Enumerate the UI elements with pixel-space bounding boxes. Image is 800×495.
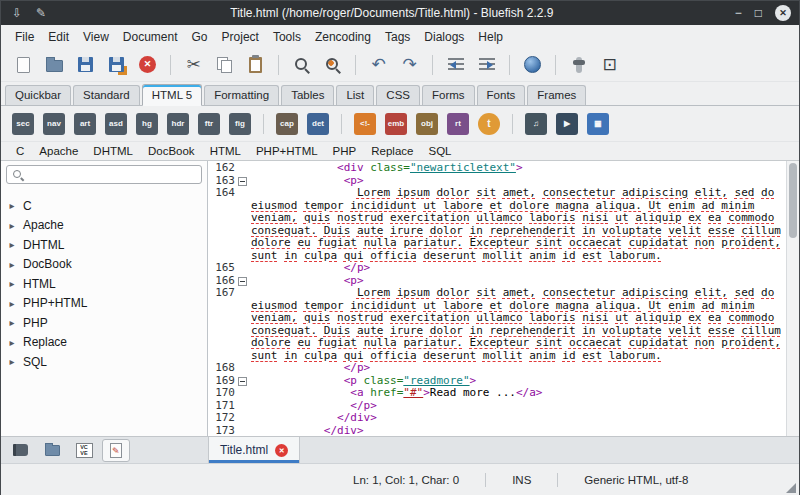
resize-grip[interactable] bbox=[786, 483, 796, 493]
menu-project[interactable]: Project bbox=[215, 27, 266, 47]
close-document-button[interactable]: ✕ bbox=[133, 51, 162, 79]
code-text[interactable]: </div> bbox=[249, 425, 786, 437]
editor-scrollbar[interactable] bbox=[786, 161, 799, 436]
snippet-group-php-html[interactable]: PHP+HTML bbox=[253, 144, 321, 158]
expander-icon[interactable]: ▸ bbox=[8, 278, 16, 289]
comment-button[interactable]: <!- bbox=[351, 110, 379, 138]
tree-item-apache[interactable]: ▸Apache bbox=[1, 216, 207, 236]
tree-item-html[interactable]: ▸HTML bbox=[1, 274, 207, 294]
fold-toggle-icon[interactable] bbox=[238, 177, 247, 186]
new-document-button[interactable] bbox=[9, 51, 38, 79]
tree-item-replace[interactable]: ▸Replace bbox=[1, 333, 207, 353]
menu-tools[interactable]: Tools bbox=[266, 27, 308, 47]
paste-button[interactable] bbox=[241, 51, 270, 79]
copy-button[interactable] bbox=[210, 51, 239, 79]
save-button[interactable] bbox=[71, 51, 100, 79]
snippet-group-dhtml[interactable]: DHTML bbox=[90, 144, 136, 158]
code-text[interactable]: Lorem ipsum dolor sit amet, consectetur … bbox=[249, 187, 786, 262]
close-window-button[interactable]: ✕ bbox=[775, 5, 791, 21]
object-button[interactable]: obj bbox=[413, 110, 441, 138]
header-button[interactable]: hdr bbox=[164, 110, 192, 138]
filebrowser-tab-button[interactable] bbox=[38, 439, 66, 462]
unindent-button[interactable] bbox=[441, 51, 470, 79]
editor[interactable]: 162 <div class="newarticletext">163 <p>1… bbox=[208, 161, 799, 436]
embed-button[interactable]: emb bbox=[382, 110, 410, 138]
snippet-group-php[interactable]: PHP bbox=[330, 144, 360, 158]
snippets-tab-button[interactable] bbox=[102, 439, 130, 462]
code-text[interactable]: <a href="#">Read more ...</a> bbox=[249, 387, 786, 400]
menu-tags[interactable]: Tags bbox=[378, 27, 417, 47]
snippet-group-replace[interactable]: Replace bbox=[368, 144, 416, 158]
scrollbar-thumb[interactable] bbox=[789, 163, 797, 238]
open-file-button[interactable] bbox=[40, 51, 69, 79]
video-button[interactable]: ▶ bbox=[553, 110, 581, 138]
code-text[interactable]: </p> bbox=[249, 262, 786, 275]
redo-button[interactable]: ↷ bbox=[395, 51, 424, 79]
close-tab-icon[interactable]: ✕ bbox=[275, 444, 288, 457]
menu-file[interactable]: File bbox=[8, 27, 41, 47]
tree-item-docbook[interactable]: ▸DocBook bbox=[1, 255, 207, 275]
find-replace-button[interactable] bbox=[318, 51, 347, 79]
expander-icon[interactable]: ▸ bbox=[8, 239, 16, 250]
section-button[interactable]: sec bbox=[9, 110, 37, 138]
code-area[interactable]: 162 <div class="newarticletext">163 <p>1… bbox=[208, 161, 786, 436]
snippet-group-apache[interactable]: Apache bbox=[36, 144, 81, 158]
canvas-button[interactable]: ▦ bbox=[584, 110, 612, 138]
tree-item-sql[interactable]: ▸SQL bbox=[1, 352, 207, 372]
expander-icon[interactable]: ▸ bbox=[8, 259, 16, 270]
time-button[interactable]: t bbox=[475, 110, 503, 138]
tree-item-dhtml[interactable]: ▸DHTML bbox=[1, 235, 207, 255]
undo-button[interactable]: ↶ bbox=[364, 51, 393, 79]
footer-button[interactable]: ftr bbox=[195, 110, 223, 138]
hgroup-button[interactable]: hg bbox=[133, 110, 161, 138]
tab-forms[interactable]: Forms bbox=[422, 85, 475, 105]
cut-button[interactable]: ✂ bbox=[179, 51, 208, 79]
expander-icon[interactable]: ▸ bbox=[8, 337, 16, 348]
tab-formatting[interactable]: Formatting bbox=[204, 85, 279, 105]
ruby-button[interactable]: rt bbox=[444, 110, 472, 138]
menu-help[interactable]: Help bbox=[471, 27, 510, 47]
snippet-group-sql[interactable]: SQL bbox=[425, 144, 454, 158]
expander-icon[interactable]: ▸ bbox=[8, 317, 16, 328]
aside-button[interactable]: asd bbox=[102, 110, 130, 138]
menu-edit[interactable]: Edit bbox=[41, 27, 76, 47]
menu-document[interactable]: Document bbox=[116, 27, 185, 47]
tab-html-5[interactable]: HTML 5 bbox=[142, 84, 202, 106]
window-menu-icon[interactable]: ⇩ bbox=[9, 6, 25, 20]
fullscreen-button[interactable]: ⊡ bbox=[595, 51, 624, 79]
code-text[interactable]: </p> bbox=[249, 362, 786, 375]
tree-item-c[interactable]: ▸C bbox=[1, 196, 207, 216]
snippet-group-html[interactable]: HTML bbox=[207, 144, 244, 158]
tab-fonts[interactable]: Fonts bbox=[477, 85, 526, 105]
fold-toggle-icon[interactable] bbox=[238, 277, 247, 286]
tab-frames[interactable]: Frames bbox=[527, 85, 586, 105]
menu-view[interactable]: View bbox=[76, 27, 116, 47]
document-tab-title-html[interactable]: Title.html ✕ bbox=[208, 437, 300, 463]
sidebar-search-input[interactable] bbox=[29, 169, 196, 181]
expander-icon[interactable]: ▸ bbox=[8, 356, 16, 367]
figure-button[interactable]: fig bbox=[226, 110, 254, 138]
tab-standard[interactable]: Standard bbox=[73, 85, 140, 105]
menu-dialogs[interactable]: Dialogs bbox=[417, 27, 471, 47]
menu-zencoding[interactable]: Zencoding bbox=[308, 27, 378, 47]
snippet-group-docbook[interactable]: DocBook bbox=[145, 144, 198, 158]
menu-go[interactable]: Go bbox=[185, 27, 215, 47]
nav-button[interactable]: nav bbox=[40, 110, 68, 138]
expander-icon[interactable]: ▸ bbox=[8, 200, 16, 211]
audio-button[interactable]: ♫ bbox=[522, 110, 550, 138]
expander-icon[interactable]: ▸ bbox=[8, 220, 16, 231]
tab-quickbar[interactable]: Quickbar bbox=[5, 85, 71, 105]
minimize-button[interactable]: − bbox=[735, 7, 742, 19]
code-text[interactable]: <div class="newarticletext"> bbox=[249, 162, 786, 175]
charmap-tab-button[interactable]: VC VE bbox=[70, 439, 98, 462]
find-button[interactable] bbox=[287, 51, 316, 79]
details-button[interactable]: det bbox=[304, 110, 332, 138]
bookmarks-tab-button[interactable] bbox=[6, 439, 34, 462]
expander-icon[interactable]: ▸ bbox=[8, 298, 16, 309]
article-button[interactable]: art bbox=[71, 110, 99, 138]
snippet-group-c[interactable]: C bbox=[13, 144, 27, 158]
figcaption-button[interactable]: cap bbox=[273, 110, 301, 138]
fold-toggle-icon[interactable] bbox=[238, 377, 247, 386]
maximize-button[interactable]: □ bbox=[755, 7, 762, 19]
tree-item-php[interactable]: ▸PHP bbox=[1, 313, 207, 333]
